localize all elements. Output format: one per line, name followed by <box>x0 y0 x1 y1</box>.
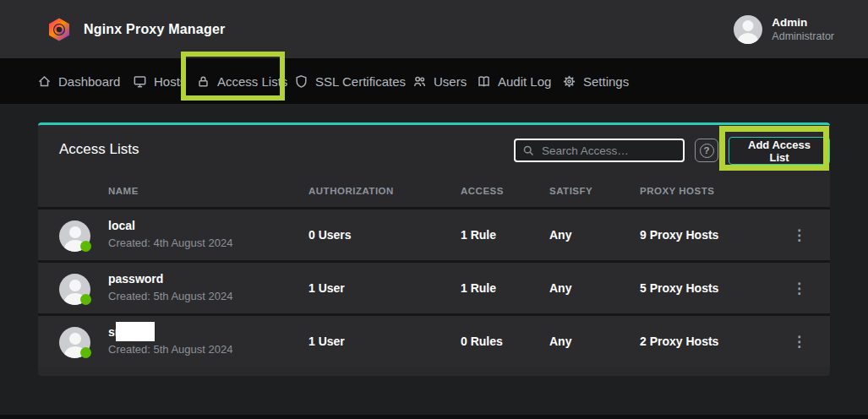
row-menu-button[interactable]: ⋮ <box>787 331 811 352</box>
status-dot <box>80 347 91 358</box>
status-dot <box>80 241 91 252</box>
created-date: Created: 5th August 2024 <box>108 343 232 356</box>
column-header-proxy-hosts: PROXY HOSTS <box>640 186 714 196</box>
table-row: sn Created: 5th August 2024 1 User 0 Rul… <box>38 313 830 367</box>
nav-item-audit-log[interactable]: Audit Log <box>477 58 551 104</box>
user-menu[interactable]: Admin Administrator <box>734 15 834 44</box>
access-list-name: password <box>108 272 163 286</box>
row-menu-button[interactable]: ⋮ <box>787 278 811 299</box>
access-lists-panel: Access Lists ? Add Access List NAME AUTH… <box>38 122 830 376</box>
gear-icon <box>562 74 576 89</box>
help-button[interactable]: ? <box>695 139 718 162</box>
user-avatar <box>734 15 762 44</box>
nav-label: SSL Certificates <box>315 74 406 89</box>
access-value: 0 Rules <box>461 335 503 348</box>
row-avatar <box>59 220 90 252</box>
proxy-hosts-value: 2 Proxy Hosts <box>640 335 718 348</box>
nav-label: Audit Log <box>498 74 551 89</box>
lock-icon <box>196 74 210 89</box>
column-header-authorization: AUTHORIZATION <box>308 186 394 196</box>
column-header-access: ACCESS <box>461 186 504 196</box>
user-role: Administrator <box>772 30 834 42</box>
column-header-name: NAME <box>108 186 139 196</box>
nav-item-dashboard[interactable]: Dashboard <box>37 58 120 104</box>
access-value: 1 Rule <box>461 281 496 295</box>
authorization-value: 0 Users <box>308 228 352 242</box>
nav-item-users[interactable]: Users <box>412 58 467 104</box>
nav-item-settings[interactable]: Settings <box>562 58 629 104</box>
table-body: local Created: 4th August 2024 0 Users 1… <box>38 207 830 367</box>
app-window: Nginx Proxy Manager Admin Administrator … <box>0 0 868 419</box>
brand: Nginx Proxy Manager <box>46 17 225 42</box>
nav-label: Access Lists <box>217 74 287 89</box>
satisfy-value: Any <box>549 335 571 348</box>
nav-label: Hosts <box>154 74 186 89</box>
nav-label: Users <box>434 74 467 89</box>
main-nav: Dashboard Hosts Access Lists SSL Certifi… <box>0 58 868 104</box>
nav-label: Settings <box>583 74 629 89</box>
home-icon <box>37 74 52 89</box>
satisfy-value: Any <box>549 228 571 242</box>
panel-title: Access Lists <box>59 141 139 158</box>
book-icon <box>477 74 491 89</box>
proxy-hosts-value: 9 Proxy Hosts <box>640 228 718 242</box>
table-row: local Created: 4th August 2024 0 Users 1… <box>38 207 830 260</box>
row-avatar <box>59 327 90 358</box>
redacted-name-box <box>116 322 155 341</box>
access-list-name: local <box>108 219 135 232</box>
shield-icon <box>294 74 308 89</box>
row-menu-button[interactable]: ⋮ <box>787 225 811 246</box>
nav-item-hosts[interactable]: Hosts <box>133 58 186 104</box>
status-dot <box>80 294 91 305</box>
user-name: Admin <box>772 16 834 29</box>
nav-item-access-lists[interactable]: Access Lists <box>196 58 287 104</box>
npm-logo-icon <box>46 17 72 42</box>
authorization-value: 1 User <box>308 281 345 295</box>
nav-item-ssl-certificates[interactable]: SSL Certificates <box>294 58 406 104</box>
authorization-value: 1 User <box>308 335 345 348</box>
row-avatar <box>59 274 90 305</box>
column-header-satisfy: SATISFY <box>549 186 592 196</box>
bottom-edge-strip <box>0 415 868 419</box>
question-icon: ? <box>700 144 714 158</box>
monitor-icon <box>133 74 147 89</box>
search-box <box>514 139 685 162</box>
app-title: Nginx Proxy Manager <box>84 22 225 37</box>
proxy-hosts-value: 5 Proxy Hosts <box>640 281 718 295</box>
app-header: Nginx Proxy Manager Admin Administrator <box>0 0 868 58</box>
search-input[interactable] <box>542 144 676 157</box>
search-icon <box>522 144 535 157</box>
created-date: Created: 4th August 2024 <box>108 237 232 249</box>
created-date: Created: 5th August 2024 <box>108 290 232 302</box>
nav-label: Dashboard <box>58 74 120 89</box>
table-row: password Created: 5th August 2024 1 User… <box>38 260 830 313</box>
users-icon <box>412 74 427 89</box>
access-value: 1 Rule <box>461 228 496 242</box>
table-header: NAME AUTHORIZATION ACCESS SATISFY PROXY … <box>38 176 830 207</box>
add-access-list-button[interactable]: Add Access List <box>729 137 830 165</box>
satisfy-value: Any <box>549 281 571 295</box>
